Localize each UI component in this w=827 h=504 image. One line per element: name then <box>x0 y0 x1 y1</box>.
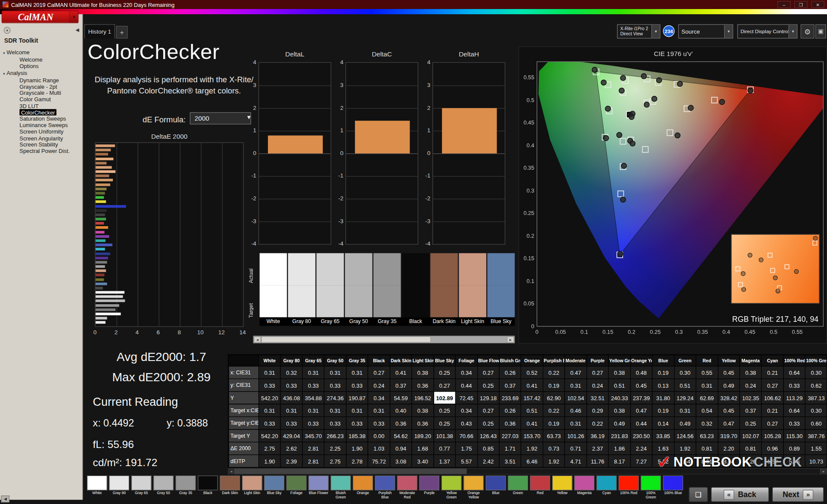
table-cell[interactable]: 0.33 <box>259 417 281 429</box>
table-cell[interactable]: 0.29 <box>587 404 609 417</box>
de-formula-select[interactable]: 2000 ▾ <box>190 112 251 124</box>
table-cell[interactable]: 436.08 <box>280 392 302 404</box>
table-cell[interactable]: 63.73 <box>543 429 565 442</box>
patch-100-blue[interactable]: 100% Blue <box>663 476 683 502</box>
table-cell[interactable]: 101.38 <box>434 429 456 442</box>
table-cell[interactable]: 0.33 <box>259 379 281 391</box>
table-cell[interactable]: 0.52 <box>521 366 543 379</box>
scrollbar-track[interactable] <box>431 336 507 343</box>
table-cell[interactable]: 0.31 <box>280 404 302 417</box>
table-cell[interactable]: 0.33 <box>302 417 324 429</box>
table-cell[interactable]: 2.75 <box>259 442 281 454</box>
table-cell[interactable]: 0.38 <box>609 404 631 417</box>
table-cell[interactable]: 0.31 <box>565 417 587 429</box>
table-cell[interactable]: 3.08 <box>390 455 412 467</box>
patch-100-green[interactable]: 100% Green <box>641 476 661 502</box>
table-cell[interactable]: 0.31 <box>324 404 346 417</box>
table-cell[interactable]: 4.71 <box>565 455 587 467</box>
table-cell[interactable]: 62.69 <box>696 392 718 404</box>
screen-view-button[interactable]: ❏ <box>689 487 708 502</box>
patch-blue-flower[interactable]: Blue Flower <box>308 476 329 502</box>
table-cell[interactable]: 328.42 <box>718 392 740 404</box>
table-cell[interactable]: 0.27 <box>477 404 499 417</box>
patch-gray-35[interactable]: Gray 35 <box>176 476 196 502</box>
table-cell[interactable]: 237.39 <box>631 392 653 404</box>
table-cell[interactable]: 1.68 <box>412 442 434 454</box>
table-cell[interactable]: 0.25 <box>434 417 456 429</box>
table-cell[interactable]: 2.24 <box>631 442 653 454</box>
table-cell[interactable]: 0.31 <box>674 404 696 417</box>
patch-100-red[interactable]: 100% Red <box>619 476 639 502</box>
table-cell[interactable]: 0.30 <box>674 366 696 379</box>
table-cell[interactable]: 32.51 <box>587 392 609 404</box>
table-cell[interactable]: 0.46 <box>565 404 587 417</box>
sidebar-item-screen-uniformity[interactable]: Screen Uniformity <box>0 128 82 135</box>
table-cell[interactable]: 387.76 <box>805 429 827 442</box>
table-cell[interactable]: 0.64 <box>783 404 805 417</box>
patch-cyan[interactable]: Cyan <box>597 476 617 502</box>
sidebar-item-screen-angularity[interactable]: Screen Angularity <box>0 135 82 141</box>
table-cell[interactable]: 126.43 <box>477 429 499 442</box>
table-cell[interactable]: 1.92 <box>521 442 543 454</box>
table-cell[interactable]: 0.31 <box>302 404 324 417</box>
table-cell[interactable]: 113.29 <box>783 392 805 404</box>
sidebar-item-welcome[interactable]: Welcome <box>0 56 82 63</box>
table-cell[interactable]: 0.13 <box>652 379 674 391</box>
table-cell[interactable]: 319.70 <box>718 429 740 442</box>
table-cell[interactable]: 0.41 <box>390 366 412 379</box>
table-cell[interactable]: 0.49 <box>718 379 740 391</box>
table-cell[interactable]: 0.24 <box>587 379 609 391</box>
table-cell[interactable]: 157.42 <box>521 392 543 404</box>
panel-toggle-icon[interactable]: ▣ <box>815 24 826 38</box>
table-cell[interactable]: 0.26 <box>499 404 521 417</box>
table-cell[interactable]: 11.76 <box>587 455 609 467</box>
table-cell[interactable]: 0.33 <box>324 417 346 429</box>
table-cell[interactable]: 0.19 <box>652 404 674 417</box>
table-cell[interactable]: 31.80 <box>652 392 674 404</box>
table-cell[interactable]: 542.20 <box>259 429 281 442</box>
table-cell[interactable]: 0.34 <box>455 404 477 417</box>
sidebar-group-analysis[interactable]: ▾Analysis <box>0 69 82 77</box>
table-cell[interactable]: 0.00 <box>368 429 390 442</box>
table-cell[interactable]: 0.33 <box>324 379 346 391</box>
table-cell[interactable]: 0.25 <box>477 379 499 391</box>
source-dropdown[interactable]: Source ▾ <box>678 24 733 38</box>
table-cell[interactable]: 0.45 <box>718 366 740 379</box>
table-cell[interactable]: 0.31 <box>324 366 346 379</box>
table-cell[interactable]: 0.27 <box>762 379 783 391</box>
table-cell[interactable]: 0.33 <box>368 417 390 429</box>
meter-status-badge[interactable]: 234 <box>663 25 675 37</box>
table-cell[interactable]: 0.21 <box>762 404 783 417</box>
table-cell[interactable]: 0.47 <box>565 366 587 379</box>
table-cell[interactable]: 10.73 <box>805 455 827 467</box>
table-cell[interactable]: 0.40 <box>390 404 412 417</box>
table-cell[interactable]: 0.33 <box>302 379 324 391</box>
patch-bluish-green[interactable]: Bluish Green <box>331 476 351 502</box>
table-cell[interactable]: 0.34 <box>455 366 477 379</box>
table-cell[interactable]: 3.51 <box>499 455 521 467</box>
table-cell[interactable]: 345.70 <box>302 429 324 442</box>
table-cell[interactable]: 2.42 <box>477 455 499 467</box>
chevron-down-icon[interactable]: ▾ <box>651 25 660 38</box>
table-cell[interactable]: 0.27 <box>762 417 783 429</box>
table-cell[interactable]: 0.31 <box>259 404 281 417</box>
sidebar-item-grayscale-multi[interactable]: Grayscale - Multi <box>0 90 82 96</box>
table-cell[interactable]: 230.50 <box>631 429 653 442</box>
sidebar-item-luminance-sweeps[interactable]: Luminance Sweeps <box>0 122 82 128</box>
table-cell[interactable]: 0.24 <box>368 379 390 391</box>
table-cell[interactable]: 0.22 <box>543 404 565 417</box>
table-cell[interactable]: 0.31 <box>346 404 368 417</box>
table-cell[interactable]: 0.45 <box>718 404 740 417</box>
patch-yellow-green[interactable]: Yellow Green <box>441 476 462 502</box>
patch-orange-yellow[interactable]: Orange Yellow <box>463 476 484 502</box>
table-cell[interactable]: 429.04 <box>280 429 302 442</box>
scroll-left-icon[interactable]: ◄ <box>228 469 235 474</box>
sidebar-options-button[interactable]: ● <box>4 27 11 34</box>
table-cell[interactable]: 0.33 <box>280 417 302 429</box>
scroll-right-icon[interactable]: ► <box>507 336 514 343</box>
patch-purplish-blue[interactable]: Purplish Blue <box>375 476 395 502</box>
table-cell[interactable]: 190.87 <box>346 392 368 404</box>
table-cell[interactable]: 102.35 <box>740 392 762 404</box>
table-cell[interactable]: 0.45 <box>631 379 653 391</box>
table-cell[interactable]: 0.37 <box>390 379 412 391</box>
